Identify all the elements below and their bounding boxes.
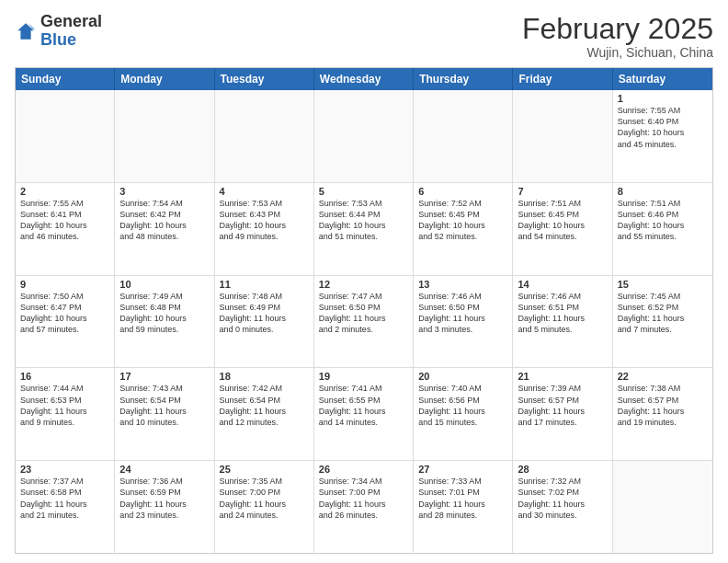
day-number: 10	[119, 279, 209, 290]
cal-cell-r0c5	[513, 90, 612, 182]
cal-cell-r2c6: 15Sunrise: 7:45 AM Sunset: 6:52 PM Dayli…	[613, 276, 712, 368]
cell-text: Sunrise: 7:36 AM Sunset: 6:59 PM Dayligh…	[119, 476, 209, 521]
cal-cell-r0c4	[414, 90, 513, 182]
day-number: 1	[618, 93, 708, 104]
cal-cell-r3c4: 20Sunrise: 7:40 AM Sunset: 6:56 PM Dayli…	[414, 368, 513, 460]
header-wednesday: Wednesday	[314, 68, 414, 90]
day-number: 14	[518, 279, 607, 290]
cell-text: Sunrise: 7:51 AM Sunset: 6:45 PM Dayligh…	[518, 198, 607, 243]
cal-cell-r4c3: 26Sunrise: 7:34 AM Sunset: 7:00 PM Dayli…	[314, 461, 414, 553]
cell-text: Sunrise: 7:34 AM Sunset: 7:00 PM Dayligh…	[319, 476, 408, 521]
cell-text: Sunrise: 7:47 AM Sunset: 6:50 PM Dayligh…	[319, 291, 408, 336]
day-number: 5	[319, 186, 408, 197]
cal-row-1: 2Sunrise: 7:55 AM Sunset: 6:41 PM Daylig…	[16, 183, 712, 276]
day-number: 18	[220, 371, 309, 382]
logo-icon	[15, 20, 37, 42]
cell-text: Sunrise: 7:44 AM Sunset: 6:53 PM Dayligh…	[20, 383, 109, 428]
cal-cell-r2c1: 10Sunrise: 7:49 AM Sunset: 6:48 PM Dayli…	[115, 276, 214, 368]
cell-text: Sunrise: 7:50 AM Sunset: 6:47 PM Dayligh…	[20, 291, 109, 336]
cal-cell-r0c6: 1Sunrise: 7:55 AM Sunset: 6:40 PM Daylig…	[613, 90, 712, 182]
day-number: 17	[119, 371, 209, 382]
day-number: 25	[220, 464, 309, 475]
day-number: 6	[418, 186, 507, 197]
cell-text: Sunrise: 7:43 AM Sunset: 6:54 PM Dayligh…	[119, 383, 209, 428]
cell-text: Sunrise: 7:39 AM Sunset: 6:57 PM Dayligh…	[518, 383, 607, 428]
cal-row-3: 16Sunrise: 7:44 AM Sunset: 6:53 PM Dayli…	[16, 368, 712, 461]
cal-cell-r0c2	[215, 90, 314, 182]
cell-text: Sunrise: 7:37 AM Sunset: 6:58 PM Dayligh…	[20, 476, 109, 521]
day-number: 20	[418, 371, 507, 382]
cal-cell-r2c3: 12Sunrise: 7:47 AM Sunset: 6:50 PM Dayli…	[314, 276, 414, 368]
cell-text: Sunrise: 7:51 AM Sunset: 6:46 PM Dayligh…	[618, 198, 708, 243]
day-number: 9	[20, 279, 109, 290]
day-number: 13	[418, 279, 507, 290]
calendar: Sunday Monday Tuesday Wednesday Thursday…	[15, 67, 713, 554]
day-number: 16	[20, 371, 109, 382]
cal-cell-r2c4: 13Sunrise: 7:46 AM Sunset: 6:50 PM Dayli…	[414, 276, 513, 368]
cal-row-0: 1Sunrise: 7:55 AM Sunset: 6:40 PM Daylig…	[16, 90, 712, 183]
cal-cell-r3c0: 16Sunrise: 7:44 AM Sunset: 6:53 PM Dayli…	[16, 368, 115, 460]
month-title: February 2025	[522, 13, 713, 45]
cal-cell-r1c6: 8Sunrise: 7:51 AM Sunset: 6:46 PM Daylig…	[613, 183, 712, 275]
day-number: 28	[518, 464, 607, 475]
day-number: 23	[20, 464, 109, 475]
day-number: 3	[119, 186, 209, 197]
calendar-body: 1Sunrise: 7:55 AM Sunset: 6:40 PM Daylig…	[16, 90, 712, 553]
location-subtitle: Wujin, Sichuan, China	[522, 45, 713, 60]
cell-text: Sunrise: 7:49 AM Sunset: 6:48 PM Dayligh…	[119, 291, 209, 336]
header-monday: Monday	[115, 68, 214, 90]
cal-cell-r1c4: 6Sunrise: 7:52 AM Sunset: 6:45 PM Daylig…	[414, 183, 513, 275]
cal-cell-r1c1: 3Sunrise: 7:54 AM Sunset: 6:42 PM Daylig…	[115, 183, 214, 275]
cal-cell-r2c2: 11Sunrise: 7:48 AM Sunset: 6:49 PM Dayli…	[215, 276, 314, 368]
cal-cell-r1c5: 7Sunrise: 7:51 AM Sunset: 6:45 PM Daylig…	[513, 183, 612, 275]
cell-text: Sunrise: 7:41 AM Sunset: 6:55 PM Dayligh…	[319, 383, 408, 428]
cal-cell-r1c3: 5Sunrise: 7:53 AM Sunset: 6:44 PM Daylig…	[314, 183, 414, 275]
title-block: February 2025 Wujin, Sichuan, China	[522, 13, 713, 60]
cell-text: Sunrise: 7:40 AM Sunset: 6:56 PM Dayligh…	[418, 383, 507, 428]
cal-cell-r1c2: 4Sunrise: 7:53 AM Sunset: 6:43 PM Daylig…	[215, 183, 314, 275]
page: General Blue February 2025 Wujin, Sichua…	[0, 0, 728, 563]
logo: General Blue	[15, 13, 102, 50]
cell-text: Sunrise: 7:54 AM Sunset: 6:42 PM Dayligh…	[119, 198, 209, 243]
cal-cell-r2c5: 14Sunrise: 7:46 AM Sunset: 6:51 PM Dayli…	[513, 276, 612, 368]
cell-text: Sunrise: 7:45 AM Sunset: 6:52 PM Dayligh…	[618, 291, 708, 336]
cell-text: Sunrise: 7:33 AM Sunset: 7:01 PM Dayligh…	[418, 476, 507, 521]
cal-cell-r0c1	[115, 90, 214, 182]
cell-text: Sunrise: 7:38 AM Sunset: 6:57 PM Dayligh…	[618, 383, 708, 428]
cal-row-4: 23Sunrise: 7:37 AM Sunset: 6:58 PM Dayli…	[16, 461, 712, 553]
cal-cell-r4c4: 27Sunrise: 7:33 AM Sunset: 7:01 PM Dayli…	[414, 461, 513, 553]
cal-cell-r0c0	[16, 90, 115, 182]
day-number: 21	[518, 371, 607, 382]
cal-cell-r4c2: 25Sunrise: 7:35 AM Sunset: 7:00 PM Dayli…	[215, 461, 314, 553]
day-number: 15	[618, 279, 708, 290]
day-number: 27	[418, 464, 507, 475]
day-number: 24	[119, 464, 209, 475]
cell-text: Sunrise: 7:35 AM Sunset: 7:00 PM Dayligh…	[220, 476, 309, 521]
day-number: 4	[220, 186, 309, 197]
day-number: 2	[20, 186, 109, 197]
cal-cell-r2c0: 9Sunrise: 7:50 AM Sunset: 6:47 PM Daylig…	[16, 276, 115, 368]
logo-general-text: General	[40, 12, 102, 30]
day-number: 26	[319, 464, 408, 475]
cell-text: Sunrise: 7:46 AM Sunset: 6:50 PM Dayligh…	[418, 291, 507, 336]
cell-text: Sunrise: 7:55 AM Sunset: 6:40 PM Dayligh…	[618, 105, 708, 150]
cal-cell-r4c0: 23Sunrise: 7:37 AM Sunset: 6:58 PM Dayli…	[16, 461, 115, 553]
header-tuesday: Tuesday	[215, 68, 314, 90]
header-thursday: Thursday	[414, 68, 513, 90]
cell-text: Sunrise: 7:55 AM Sunset: 6:41 PM Dayligh…	[20, 198, 109, 243]
header-sunday: Sunday	[16, 68, 115, 90]
cal-cell-r1c0: 2Sunrise: 7:55 AM Sunset: 6:41 PM Daylig…	[16, 183, 115, 275]
cell-text: Sunrise: 7:53 AM Sunset: 6:43 PM Dayligh…	[220, 198, 309, 243]
cal-cell-r3c3: 19Sunrise: 7:41 AM Sunset: 6:55 PM Dayli…	[314, 368, 414, 460]
header: General Blue February 2025 Wujin, Sichua…	[15, 13, 713, 60]
cal-row-2: 9Sunrise: 7:50 AM Sunset: 6:47 PM Daylig…	[16, 276, 712, 369]
logo-blue-text: Blue	[40, 30, 76, 49]
cal-cell-r4c6	[613, 461, 712, 553]
cell-text: Sunrise: 7:42 AM Sunset: 6:54 PM Dayligh…	[220, 383, 309, 428]
cal-cell-r3c6: 22Sunrise: 7:38 AM Sunset: 6:57 PM Dayli…	[613, 368, 712, 460]
cell-text: Sunrise: 7:32 AM Sunset: 7:02 PM Dayligh…	[518, 476, 607, 521]
cal-cell-r4c1: 24Sunrise: 7:36 AM Sunset: 6:59 PM Dayli…	[115, 461, 214, 553]
header-friday: Friday	[513, 68, 612, 90]
day-number: 11	[220, 279, 309, 290]
cal-cell-r3c1: 17Sunrise: 7:43 AM Sunset: 6:54 PM Dayli…	[115, 368, 214, 460]
